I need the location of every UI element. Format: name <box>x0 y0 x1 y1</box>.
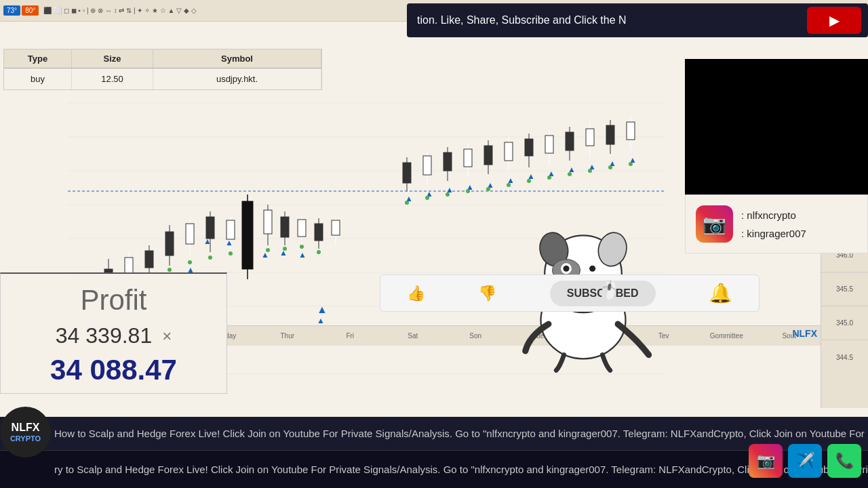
svg-point-101 <box>507 183 511 187</box>
svg-rect-61 <box>403 163 411 183</box>
telegram-button[interactable]: ✈️ <box>788 444 822 478</box>
ticker-line-2: ry to Scalp and Hedge Forex Live! Click … <box>0 451 868 488</box>
svg-rect-71 <box>505 142 513 161</box>
nlfx-logo: NLFX CRYPTO <box>0 407 51 458</box>
size-value: 12.50 <box>72 68 153 89</box>
svg-rect-65 <box>443 152 452 171</box>
svg-rect-69 <box>484 146 492 165</box>
chart-area: Type Size Symbol buy 12.50 usdjpy.hkt. <box>0 22 868 417</box>
svg-point-31 <box>208 256 212 260</box>
instagram-button[interactable]: 📷 <box>749 444 783 478</box>
svg-point-56 <box>266 248 270 252</box>
timeline-4: Thur <box>256 332 319 340</box>
svg-point-58 <box>300 245 304 249</box>
bell-icon[interactable]: 🔔 <box>709 282 732 304</box>
trade-row: buy 12.50 usdjpy.hkt. <box>4 68 321 89</box>
svg-point-114 <box>563 266 569 272</box>
svg-rect-42 <box>281 217 289 237</box>
svg-rect-15 <box>145 251 153 268</box>
profit-panel: Profit 34 339.81 × 34 088.47 <box>0 272 227 394</box>
svg-point-97 <box>425 196 429 200</box>
cursor-indicator: 🖱️ <box>595 277 622 304</box>
svg-point-107 <box>629 162 633 166</box>
svg-point-102 <box>527 179 531 183</box>
ticker-text-1: How to Scalp and Hedge Forex Live! Click… <box>0 428 868 439</box>
social-icons: 📷 ✈️ 📞 <box>749 444 861 478</box>
svg-rect-28 <box>226 220 235 239</box>
svg-point-106 <box>608 165 612 169</box>
profit-value-2: 34 088.47 <box>7 354 220 386</box>
yt-notification-bar: tion. Like, Share, Subscribe and Click t… <box>407 3 868 37</box>
svg-point-98 <box>446 192 450 197</box>
profit-label: Profit <box>7 284 220 317</box>
ticker-line-1: How to Scalp and Hedge Forex Live! Click… <box>0 417 868 451</box>
type-value: buy <box>4 68 72 89</box>
svg-point-99 <box>466 189 470 193</box>
svg-point-104 <box>568 172 572 176</box>
timeline-5: Fri <box>319 332 382 340</box>
svg-text:▲: ▲ <box>203 237 212 246</box>
svg-rect-48 <box>332 220 340 235</box>
svg-point-57 <box>283 247 287 251</box>
youtube-logo-button[interactable] <box>807 7 861 34</box>
yt-notification-text: tion. Like, Share, Subscribe and Click t… <box>407 14 807 26</box>
price-9: 344.5 <box>821 340 868 374</box>
symbol-header: Symbol <box>153 49 321 68</box>
svg-rect-83 <box>627 122 635 140</box>
svg-rect-73 <box>525 139 533 156</box>
like-button[interactable]: 👍 <box>407 285 425 302</box>
svg-text:▲: ▲ <box>317 316 325 325</box>
svg-text:▲: ▲ <box>317 304 328 315</box>
close-button[interactable]: × <box>162 327 172 346</box>
trade-header: Type Size Symbol <box>4 49 321 68</box>
nlfx-logo-text-1: NLFX <box>12 421 40 434</box>
size-header: Size <box>72 49 153 68</box>
val-box-1[interactable]: 73° <box>3 5 20 16</box>
svg-rect-46 <box>315 224 323 241</box>
ig-handle-1: : nlfxncrypto <box>741 206 806 224</box>
svg-text:▲: ▲ <box>225 238 233 247</box>
bottom-ticker: How to Scalp and Hedge Forex Live! Click… <box>0 417 868 488</box>
dislike-button[interactable]: 👎 <box>478 285 496 302</box>
symbol-value: usdjpy.hkt. <box>153 68 321 89</box>
svg-rect-81 <box>606 125 614 144</box>
ticker-text-2: ry to Scalp and Hedge Forex Live! Click … <box>0 464 868 475</box>
svg-rect-79 <box>586 129 594 146</box>
svg-rect-44 <box>298 220 306 237</box>
main-container: 73° 80° ⬛ ⬜ ◻ ◼ ▪ ▫ | ⊕ ⊗ ↔ ↕ ⇄ ⇅ | ✦ ✧ … <box>0 0 868 488</box>
black-panel <box>685 59 868 195</box>
type-header: Type <box>4 49 72 68</box>
svg-point-30 <box>188 260 192 264</box>
svg-rect-24 <box>186 224 194 244</box>
svg-point-59 <box>317 250 321 254</box>
svg-text:▲: ▲ <box>298 250 307 260</box>
nlfx-chart-label: NLFX <box>792 328 817 339</box>
instagram-panel: : nlfxncrypto : kingrager007 <box>685 195 868 253</box>
profit-value-1: 34 339.81 <box>56 323 152 348</box>
yt-interaction-bar: 👍 👎 SUBSCRIBED 🔔 <box>380 274 760 312</box>
svg-rect-26 <box>206 217 214 239</box>
svg-point-116 <box>589 266 595 272</box>
val-box-2[interactable]: 80° <box>22 5 39 16</box>
svg-rect-67 <box>464 149 472 167</box>
svg-rect-38 <box>242 201 253 269</box>
svg-point-103 <box>547 176 551 180</box>
toolbar-controls: ⬛ ⬜ ◻ ◼ ▪ ▫ | ⊕ ⊗ ↔ ↕ ⇄ ⇅ | ✦ ✧ ★ ☆ ▲ ▽ … <box>43 7 197 14</box>
timeline-6: Sat <box>382 332 445 340</box>
svg-rect-75 <box>545 136 553 153</box>
svg-point-100 <box>486 187 490 191</box>
instagram-logo <box>696 205 733 243</box>
svg-rect-77 <box>566 132 574 150</box>
svg-rect-22 <box>165 232 174 256</box>
svg-rect-63 <box>423 156 431 175</box>
ig-handle-2: : kingrager007 <box>741 224 806 243</box>
toolbar-icons: 73° 80° ⬛ ⬜ ◻ ◼ ▪ ▫ | ⊕ ⊗ ↔ ↕ ⇄ ⇅ | ✦ ✧ … <box>0 5 200 16</box>
nlfx-logo-text-2: CRYPTO <box>10 434 41 443</box>
price-7: 345.5 <box>821 272 868 306</box>
instagram-text: : nlfxncrypto : kingrager007 <box>741 206 806 243</box>
timeline-11: Gommittee <box>695 332 758 340</box>
svg-rect-40 <box>264 210 272 234</box>
top-toolbar: 73° 80° ⬛ ⬜ ◻ ◼ ▪ ▫ | ⊕ ⊗ ↔ ↕ ⇄ ⇅ | ✦ ✧ … <box>0 0 868 22</box>
whatsapp-button[interactable]: 📞 <box>827 444 861 478</box>
price-8: 345.0 <box>821 306 868 340</box>
